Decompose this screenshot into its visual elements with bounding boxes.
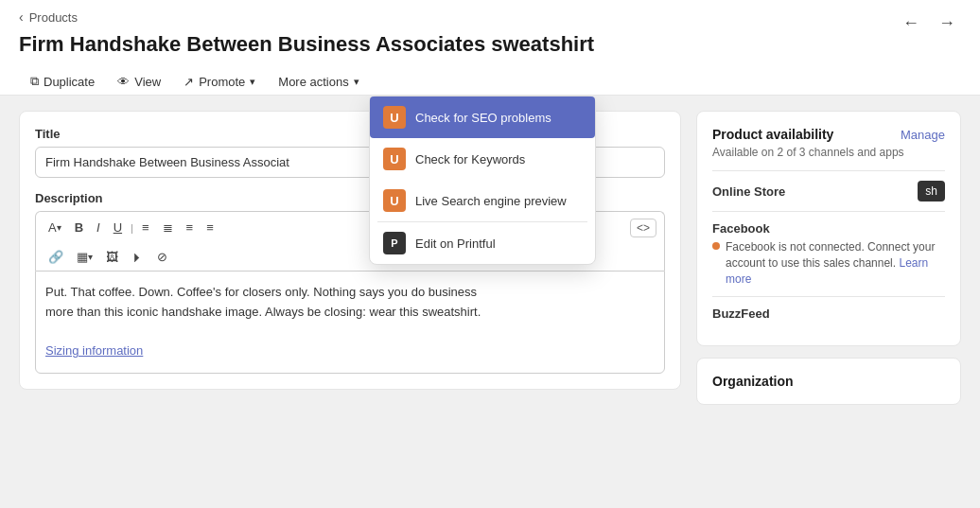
- duplicate-icon: ⧉: [30, 74, 39, 89]
- dropdown-item-live-preview[interactable]: U Live Search engine preview: [370, 180, 595, 221]
- align-right-icon: ≡: [206, 220, 214, 235]
- manage-link[interactable]: Manage: [901, 128, 945, 142]
- channel-online-store: Online Store sh: [712, 170, 945, 211]
- view-label: View: [134, 75, 161, 89]
- availability-subtitle: Available on 2 of 3 channels and apps: [712, 146, 945, 159]
- duplicate-label: Duplicate: [44, 75, 95, 89]
- next-button[interactable]: →: [933, 9, 961, 37]
- warning-dot-icon: [712, 242, 720, 250]
- facebook-section: Facebook Facebook is not connected. Conn…: [712, 211, 945, 296]
- bold-button[interactable]: B: [70, 218, 88, 237]
- more-actions-label: More actions: [278, 75, 348, 89]
- font-icon: A: [48, 220, 57, 235]
- dropdown-item-printful[interactable]: P Edit on Printful: [370, 222, 595, 264]
- code-icon: <>: [637, 221, 650, 235]
- table-chevron-icon: ▾: [88, 252, 93, 262]
- editor-text-line1: Put. That coffee. Down. Coffee's for clo…: [45, 283, 655, 303]
- buzzfeed-label: BuzzFeed: [712, 307, 945, 321]
- breadcrumb: ‹ Products: [19, 9, 897, 25]
- main-content: Title Description A ▾ B I: [0, 96, 980, 508]
- dropdown-item-seo[interactable]: U Check for SEO problems: [370, 96, 595, 138]
- facebook-warning: Facebook is not connected. Connect your …: [712, 239, 945, 287]
- online-store-toggle[interactable]: sh: [918, 181, 945, 201]
- seo-label: Check for SEO problems: [415, 111, 551, 125]
- keywords-label: Check for Keywords: [415, 152, 525, 166]
- organization-card: Organization: [696, 358, 961, 405]
- facebook-warning-text: Facebook is not connected. Connect your …: [726, 239, 945, 287]
- availability-header: Product availability Manage: [712, 127, 945, 142]
- italic-button[interactable]: I: [92, 218, 105, 237]
- block-button[interactable]: ⊘: [152, 247, 172, 267]
- list-ul-icon: ≡: [142, 220, 149, 235]
- bold-icon: B: [75, 220, 83, 235]
- keywords-icon: U: [383, 148, 406, 170]
- more-actions-chevron-icon: ▾: [354, 76, 359, 88]
- view-button[interactable]: 👁 View: [106, 69, 172, 95]
- table-icon: ▦: [77, 250, 88, 264]
- view-icon: 👁: [117, 75, 130, 89]
- underline-icon: U: [114, 220, 122, 235]
- list-ol-button[interactable]: ≣: [158, 218, 178, 237]
- video-icon: ⏵: [131, 250, 144, 264]
- printful-label: Edit on Printful: [415, 236, 496, 251]
- align-left-button[interactable]: ≡: [182, 218, 199, 237]
- align-right-button[interactable]: ≡: [201, 218, 219, 237]
- promote-chevron-icon: ▾: [250, 76, 255, 88]
- toolbar: ⧉ Duplicate 👁 View ↗ Promote ▾: [19, 68, 371, 95]
- link-icon: 🔗: [48, 250, 63, 264]
- block-icon: ⊘: [157, 250, 167, 264]
- buzzfeed-section: BuzzFeed: [712, 296, 945, 330]
- facebook-label: Facebook: [712, 221, 945, 236]
- nav-arrows: ← →: [897, 9, 961, 44]
- breadcrumb-link[interactable]: Products: [29, 10, 78, 25]
- promote-icon: ↗: [184, 75, 194, 89]
- list-ol-icon: ≣: [163, 220, 173, 235]
- more-actions-dropdown: U Check for SEO problems U Check for Key…: [369, 96, 596, 265]
- promote-label: Promote: [199, 75, 245, 89]
- list-ul-button[interactable]: ≡: [137, 218, 154, 237]
- promote-button[interactable]: ↗ Promote ▾: [172, 69, 267, 95]
- editor-text-line2: more than this iconic handshake image. A…: [45, 303, 655, 323]
- font-button[interactable]: A ▾: [44, 218, 66, 237]
- toolbar-divider1: |: [131, 222, 133, 234]
- dropdown-item-keywords[interactable]: U Check for Keywords: [370, 138, 595, 180]
- seo-icon: U: [383, 106, 406, 129]
- availability-title: Product availability: [712, 127, 833, 142]
- table-button[interactable]: ▦ ▾: [72, 247, 97, 267]
- italic-icon: I: [96, 220, 100, 235]
- link-button[interactable]: 🔗: [44, 247, 68, 267]
- more-actions-button[interactable]: More actions ▾: [267, 69, 370, 95]
- live-preview-label: Live Search engine preview: [415, 194, 567, 208]
- editor-content[interactable]: Put. That coffee. Down. Coffee's for clo…: [35, 271, 665, 374]
- organization-title: Organization: [712, 374, 945, 389]
- image-icon: 🖼: [106, 250, 118, 264]
- code-button[interactable]: <>: [630, 219, 656, 237]
- duplicate-button[interactable]: ⧉ Duplicate: [19, 68, 106, 95]
- underline-button[interactable]: U: [109, 218, 127, 237]
- align-left-icon: ≡: [186, 220, 194, 235]
- video-button[interactable]: ⏵: [127, 247, 149, 267]
- prev-button[interactable]: ←: [897, 9, 925, 37]
- page-title: Firm Handshake Between Business Associat…: [19, 32, 897, 57]
- font-dropdown-icon: ▾: [57, 222, 61, 233]
- sizing-information-link[interactable]: Sizing information: [45, 343, 143, 358]
- printful-icon: P: [383, 232, 406, 254]
- live-preview-icon: U: [383, 189, 406, 212]
- image-button[interactable]: 🖼: [101, 247, 123, 267]
- online-store-label: Online Store: [712, 184, 785, 199]
- availability-card: Product availability Manage Available on…: [696, 111, 961, 346]
- breadcrumb-chevron: ‹: [19, 9, 24, 25]
- right-panel: Product availability Manage Available on…: [696, 111, 961, 493]
